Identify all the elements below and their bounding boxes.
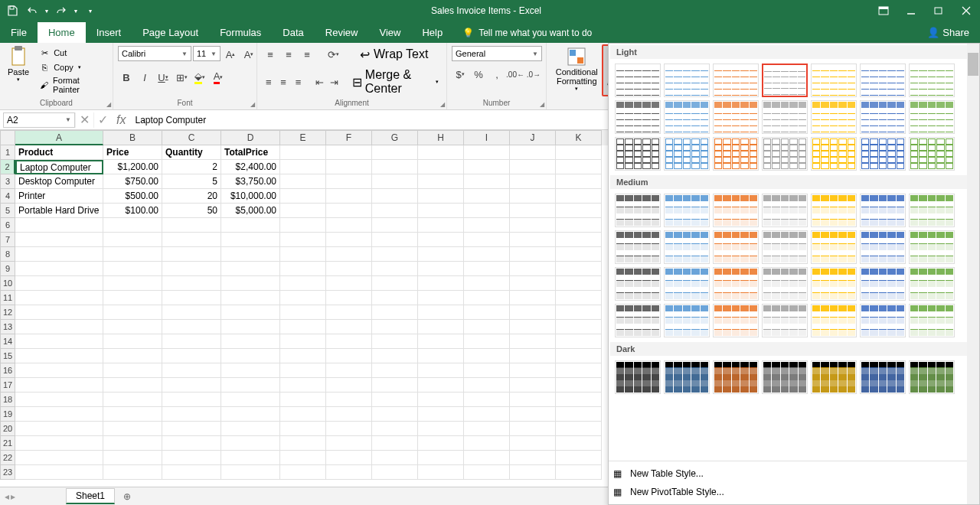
cell[interactable] (162, 363, 221, 378)
cell[interactable] (510, 349, 556, 363)
merge-center-button[interactable]: ⊟Merge & Center▾ (349, 67, 442, 96)
cell[interactable] (510, 204, 556, 218)
cell[interactable] (418, 407, 464, 422)
table-style-thumb[interactable] (713, 137, 759, 171)
format-painter-button[interactable]: 🖌Format Painter (35, 75, 108, 95)
cell[interactable] (326, 218, 372, 233)
maximize-icon[interactable] (925, 0, 952, 21)
table-style-thumb[interactable] (860, 304, 906, 337)
ribbon-options-icon[interactable] (870, 0, 897, 21)
cell[interactable] (464, 320, 510, 334)
row-header[interactable]: 1 (0, 145, 15, 160)
cell[interactable] (418, 378, 464, 393)
cell[interactable]: Laptop Computer (15, 160, 103, 174)
cell[interactable] (510, 320, 556, 334)
table-style-thumb[interactable] (762, 194, 808, 227)
cell[interactable] (103, 233, 162, 247)
save-icon[interactable] (3, 2, 21, 20)
cell[interactable] (326, 451, 372, 465)
cell[interactable] (510, 363, 556, 378)
column-header[interactable]: C (162, 130, 221, 145)
table-style-thumb[interactable] (909, 267, 955, 301)
cell[interactable] (556, 247, 602, 262)
cell[interactable] (556, 218, 602, 233)
tab-file[interactable]: File (0, 22, 38, 43)
cell[interactable] (280, 305, 326, 320)
cell[interactable] (326, 160, 372, 174)
table-style-thumb[interactable] (860, 360, 906, 394)
row-header[interactable]: 7 (0, 233, 15, 247)
table-style-thumb[interactable] (762, 230, 808, 264)
cell[interactable] (15, 291, 103, 305)
cell[interactable] (510, 436, 556, 451)
qat-customize-icon[interactable]: ▾ (81, 2, 100, 20)
cell[interactable] (326, 363, 372, 378)
cell[interactable] (326, 393, 372, 407)
cell[interactable] (221, 334, 280, 349)
cell[interactable] (162, 247, 221, 262)
underline-icon[interactable]: U▾ (155, 69, 172, 86)
column-header[interactable]: D (221, 130, 280, 145)
table-style-thumb[interactable] (615, 194, 661, 227)
cell[interactable] (103, 218, 162, 233)
font-size-combo[interactable]: 11▼ (193, 46, 220, 61)
table-style-thumb[interactable] (713, 64, 759, 97)
cell[interactable] (464, 465, 510, 480)
table-style-thumb[interactable] (762, 100, 808, 134)
cell[interactable] (162, 262, 221, 276)
table-style-thumb[interactable] (811, 360, 857, 394)
cell[interactable] (556, 305, 602, 320)
table-style-thumb[interactable] (860, 137, 906, 171)
cell[interactable] (221, 218, 280, 233)
tab-page-layout[interactable]: Page Layout (132, 22, 209, 43)
cell[interactable] (372, 305, 418, 320)
cell[interactable]: 20 (162, 189, 221, 204)
cell[interactable] (280, 393, 326, 407)
table-style-thumb[interactable] (762, 304, 808, 337)
cell[interactable] (556, 262, 602, 276)
row-header[interactable]: 22 (0, 451, 15, 465)
cell[interactable] (103, 407, 162, 422)
cell[interactable] (280, 233, 326, 247)
cell[interactable] (221, 378, 280, 393)
cell[interactable] (510, 378, 556, 393)
cell[interactable] (280, 174, 326, 189)
align-center-icon[interactable]: ≡ (276, 73, 289, 90)
cell[interactable] (464, 378, 510, 393)
cell[interactable] (326, 291, 372, 305)
table-style-thumb[interactable] (615, 230, 661, 264)
cell[interactable] (221, 393, 280, 407)
align-middle-icon[interactable]: ≡ (280, 46, 297, 63)
new-table-style-item[interactable]: ▦ New Table Style... (609, 464, 979, 483)
cell[interactable] (162, 436, 221, 451)
row-header[interactable]: 16 (0, 363, 15, 378)
cell[interactable] (280, 276, 326, 291)
cell[interactable] (556, 465, 602, 480)
cell[interactable] (556, 436, 602, 451)
cell[interactable] (510, 305, 556, 320)
table-style-thumb[interactable] (860, 267, 906, 301)
cell[interactable]: $750.00 (103, 174, 162, 189)
cell[interactable] (162, 233, 221, 247)
cell[interactable] (372, 393, 418, 407)
cell[interactable] (556, 422, 602, 436)
cell[interactable] (510, 174, 556, 189)
cell[interactable] (280, 291, 326, 305)
cell[interactable] (556, 378, 602, 393)
cell[interactable] (418, 218, 464, 233)
cell[interactable] (464, 363, 510, 378)
column-header[interactable]: J (510, 130, 556, 145)
cell[interactable] (280, 407, 326, 422)
row-header[interactable]: 18 (0, 393, 15, 407)
cell[interactable] (372, 218, 418, 233)
table-style-thumb[interactable] (664, 360, 710, 394)
close-icon[interactable] (952, 0, 980, 21)
cell[interactable] (280, 349, 326, 363)
cell[interactable] (162, 465, 221, 480)
cell[interactable] (418, 233, 464, 247)
cell[interactable] (221, 305, 280, 320)
cell[interactable] (372, 334, 418, 349)
cell[interactable] (280, 204, 326, 218)
cell[interactable] (221, 247, 280, 262)
table-style-thumb[interactable] (615, 100, 661, 134)
